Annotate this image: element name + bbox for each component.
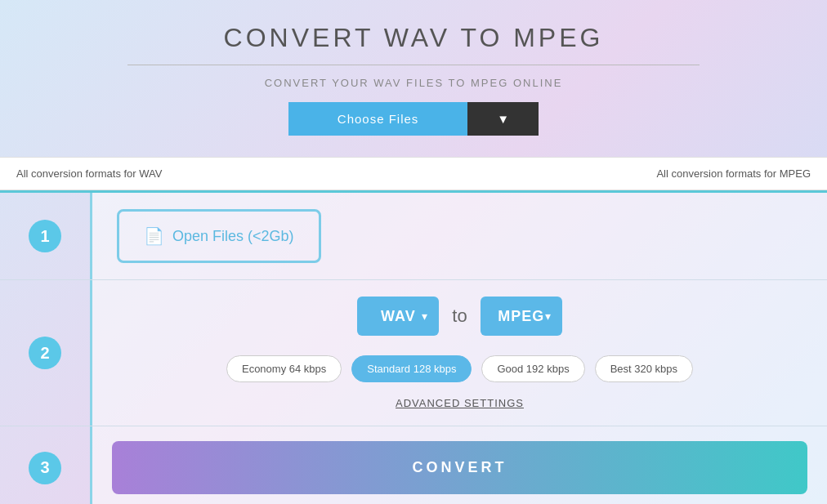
conversion-links-bar: All conversion formats for WAV All conve… <box>0 157 827 190</box>
step-1-number-col: 1 <box>0 193 90 279</box>
format-row: WAV to MPEG <box>117 297 802 336</box>
step-2-number-col: 2 <box>0 280 90 426</box>
step-2-circle: 2 <box>29 337 61 369</box>
step-2-row: 2 WAV to MPEG Economy 64 kbps Stan <box>0 280 827 426</box>
step-1-circle: 1 <box>29 220 61 252</box>
divider <box>127 65 700 65</box>
step-1-row: 1 📄 Open Files (<2Gb) <box>0 193 827 280</box>
subtitle: CONVERT YOUR WAV FILES TO MPEG ONLINE <box>16 77 811 89</box>
from-format-wrapper: WAV <box>357 297 439 336</box>
header: CONVERT WAV TO MPEG CONVERT YOUR WAV FIL… <box>0 0 827 157</box>
open-files-button[interactable]: 📄 Open Files (<2Gb) <box>117 209 321 263</box>
convert-button[interactable]: CONVERT <box>112 441 807 494</box>
quality-row: Economy 64 kbps Standard 128 kbps Good 1… <box>117 355 802 382</box>
to-format-select[interactable]: MPEG <box>481 297 562 336</box>
to-format-wrapper: MPEG <box>481 297 562 336</box>
quality-good[interactable]: Good 192 kbps <box>481 355 584 382</box>
step-3-content: CONVERT <box>90 426 827 504</box>
from-format-select[interactable]: WAV <box>357 297 439 336</box>
step-2-content: WAV to MPEG Economy 64 kbps Standard 128… <box>90 280 827 426</box>
quality-economy[interactable]: Economy 64 kbps <box>226 355 342 382</box>
advanced-settings-link[interactable]: ADVANCED SETTINGS <box>117 397 802 409</box>
step-1-content: 📄 Open Files (<2Gb) <box>90 193 827 279</box>
step-3-circle: 3 <box>29 452 61 484</box>
quality-best[interactable]: Best 320 kbps <box>595 355 693 382</box>
dropdown-arrow-button[interactable]: ▼ <box>467 102 539 136</box>
page-title: CONVERT WAV TO MPEG <box>16 23 811 53</box>
quality-standard[interactable]: Standard 128 kbps <box>351 355 472 382</box>
step-3-number-col: 3 <box>0 426 90 504</box>
to-text: to <box>452 306 467 327</box>
upload-button-wrapper: Choose Files ▼ <box>16 102 811 136</box>
file-icon: 📄 <box>144 226 164 246</box>
main-content: 1 📄 Open Files (<2Gb) 2 WAV to <box>0 190 827 504</box>
mpeg-formats-link[interactable]: All conversion formats for MPEG <box>604 158 827 190</box>
choose-files-button[interactable]: Choose Files <box>288 102 468 136</box>
wav-formats-link[interactable]: All conversion formats for WAV <box>0 158 223 190</box>
step-3-row: 3 CONVERT <box>0 426 827 504</box>
